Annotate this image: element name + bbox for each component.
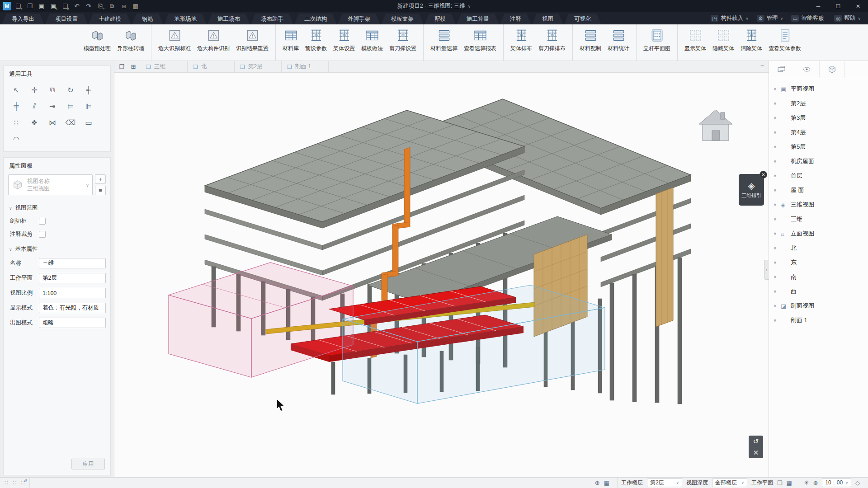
formwork-method-icon <box>365 28 380 43</box>
radial-array-icon: ❖ <box>31 118 38 127</box>
type-list-button[interactable]: ≡ <box>95 186 106 195</box>
chevron-down-icon: ∨ <box>774 130 781 135</box>
zoom-fit-icon[interactable]: ⊕ <box>595 479 600 486</box>
view-close-icon[interactable]: ✕ <box>749 447 763 458</box>
schedule-table-icon[interactable]: ▦ <box>604 479 609 486</box>
view-name-field[interactable]: 三维 ∨ <box>39 258 106 268</box>
split-icon: ╪ <box>14 102 19 110</box>
checkbox[interactable] <box>39 218 46 225</box>
work-plane-grid-icon[interactable]: ▦ <box>787 479 792 486</box>
view-cube-house[interactable] <box>699 110 732 141</box>
column-to-wall-icon <box>123 28 138 43</box>
pole-plan-icon <box>650 28 665 43</box>
section <box>781 303 791 310</box>
shadow-off-icon[interactable]: ⊗ <box>813 479 818 486</box>
canvas-area: ❐ ⊞ ❏ 三维 ✕ ❏ 北 ✕ ❏ <box>114 61 769 477</box>
copy-icon: ⧉ <box>50 86 55 94</box>
add-type-button[interactable]: + <box>95 174 106 184</box>
select-cursor-icon: ↖ <box>13 86 19 94</box>
basic-properties-section-header[interactable]: 基本属性 <box>4 241 110 256</box>
view-depth-select[interactable]: 全部楼层 ∨ <box>712 479 747 487</box>
sun-time-select[interactable]: 10：00 ∨ <box>822 479 851 487</box>
tab-list-menu-icon[interactable]: ≡ <box>760 63 764 70</box>
work-plane-pick-icon[interactable]: ❑ <box>777 479 783 486</box>
view-page-icon: ❏ <box>146 64 151 70</box>
view-undo-icon[interactable]: ↺ <box>749 436 763 447</box>
work-plane-label: 工作平面 <box>751 479 773 487</box>
minimize-button[interactable]: ─ <box>808 0 828 12</box>
work-floor-select[interactable]: 第2层 ∨ <box>647 479 682 487</box>
trash-icon: ⌫ <box>66 118 76 127</box>
plot-mode-select[interactable]: 粗略 ∨ <box>39 318 106 328</box>
mirror-icon: ⋈ <box>49 118 56 127</box>
plan <box>781 86 791 93</box>
selector-line1: 视图名称 <box>27 178 82 185</box>
model-3d-view[interactable] <box>114 73 769 477</box>
preset-parameters-icon <box>309 28 324 43</box>
help-bulb-icon: ◎ <box>834 15 842 22</box>
ribbon-toolbar: 模型预处理 异形柱转墙 危大识别标准 危大构件识别 识别结果重置 材料库 <box>0 24 868 61</box>
threed <box>781 202 791 208</box>
view-page-icon: ❏ <box>240 64 245 70</box>
maximize-button[interactable]: ☐ <box>828 0 848 12</box>
sun-icon[interactable]: ☀ <box>804 479 809 486</box>
eye-icon <box>802 65 811 74</box>
material-library-icon <box>283 28 298 43</box>
close-icon[interactable]: ✕ <box>760 171 767 178</box>
app-logo: M <box>3 2 11 10</box>
align-right-icon: ⊫ <box>85 102 92 111</box>
hide-scaffold-icon <box>716 28 731 43</box>
new-view-icon[interactable]: ❐ <box>116 62 127 72</box>
trim-icon: ┽ <box>86 86 91 94</box>
chevron-down-icon: ∨ <box>774 289 781 294</box>
chevron-down-icon: ∨ <box>774 202 781 207</box>
properties-panel: 属性面板 视图名称 三维视图 ∨ + ≡ <box>3 157 111 475</box>
display-mode-select[interactable]: 着色：有光照，有材质 ∨ <box>39 303 106 313</box>
close-button[interactable]: ✕ <box>848 0 868 12</box>
model-viewport[interactable]: ✕ ◈ 三维指引 ↺ ✕ <box>114 73 769 477</box>
incline-icon: ⫽ <box>33 102 36 110</box>
chevron-down-icon: ∨ <box>774 159 781 164</box>
scaffold-layout-icon <box>514 28 529 43</box>
identify-reset-icon <box>245 28 260 43</box>
ruler-icon: ▭ <box>85 118 92 127</box>
view-page-icon: ❏ <box>287 64 292 70</box>
hazard-identify-icon <box>206 28 221 43</box>
scaffold-settings-icon <box>337 28 352 43</box>
ribbon-tab-bar: 导入导出 项目设置 土建建模 钢筋 地形场地 施工场布 场布助手 二次结构 外脚… <box>0 12 868 24</box>
cube-display-icon[interactable]: ◇ <box>855 479 860 486</box>
3d-orbit-icon: ◈ <box>748 181 755 190</box>
work-plane-select[interactable]: 第2层 ∨ <box>39 273 106 283</box>
chevron-down-icon: ∨ <box>845 481 848 485</box>
material-statistics-icon <box>611 28 626 43</box>
tile-views-icon[interactable]: ⊞ <box>128 62 139 72</box>
right-panel-collapse-handle[interactable]: › <box>764 260 769 280</box>
view-type-selector[interactable]: 视图名称 三维视图 ∨ <box>8 174 93 195</box>
component-load-icon: ◳ <box>711 15 718 22</box>
scaffold-params-icon <box>778 28 793 43</box>
common-tools-title: 通用工具 <box>4 66 110 81</box>
chevron-down-icon: ∨ <box>774 217 781 221</box>
chevron-down-icon: ∨ <box>741 481 744 485</box>
3d-guide-label: 三维指引 <box>741 192 761 199</box>
chevron-down-icon: ∨ <box>774 87 781 91</box>
model-preprocess-icon <box>90 28 105 43</box>
chevron-down-icon: ∨ <box>774 246 781 250</box>
hazard-standard-icon <box>167 28 182 43</box>
cube-icon <box>827 65 837 74</box>
properties-panel-title: 属性面板 <box>4 158 110 173</box>
chevron-down-icon: ∨ <box>745 16 749 21</box>
material-allocation-icon <box>583 28 598 43</box>
view-scale-select[interactable]: 1:100 ∨ <box>39 288 106 298</box>
chevron-down-icon: ∨ <box>774 304 781 308</box>
project-browser-panel: › ∨ 平面视图 ∨ <box>769 61 868 477</box>
chat-icon: ▭ <box>791 15 799 22</box>
move-icon: ✛ <box>31 86 37 94</box>
3d-guide-widget[interactable]: ✕ ◈ 三维指引 <box>739 174 764 206</box>
view-range-section-header[interactable]: 视图范围 <box>4 200 110 215</box>
chevron-down-icon: ∨ <box>774 101 781 106</box>
checkbox[interactable] <box>39 231 46 238</box>
apply-button[interactable]: 应用 <box>71 459 105 469</box>
chevron-down-icon: ∨ <box>774 174 781 178</box>
common-tools-panel: 通用工具 ↖ ✛ ⧉ ↻ ┽ ╪ <box>3 66 111 152</box>
